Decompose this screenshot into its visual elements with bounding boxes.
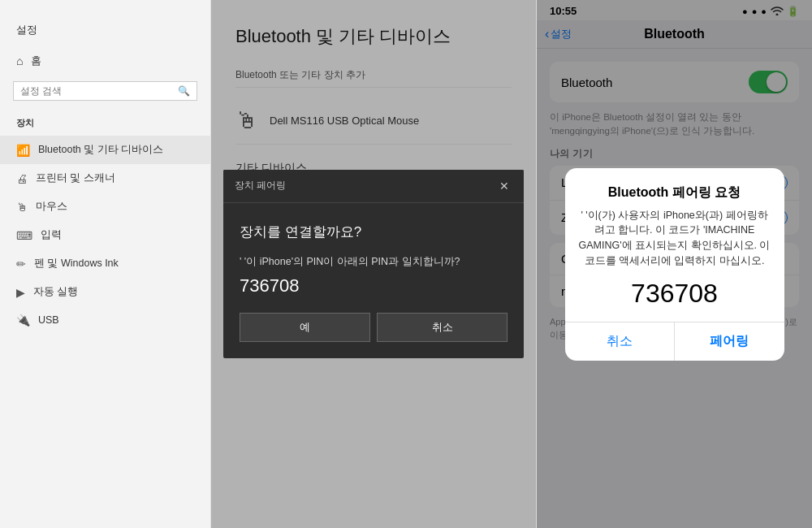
dialog-close-button[interactable]: ✕ xyxy=(496,178,512,194)
main-content: Bluetooth 및 기타 디바이스 Bluetooth 또는 기타 장치 추… xyxy=(211,0,536,528)
windows-pairing-dialog: 장치 페어링 ✕ 장치를 연결할까요? ' '이 iPhone'의 PIN이 아… xyxy=(223,170,524,359)
autoplay-icon: ▶ xyxy=(16,286,25,299)
usb-icon: 🔌 xyxy=(16,314,30,327)
printer-icon: 🖨 xyxy=(16,172,28,185)
iphone-pairing-dialog: Bluetooth 페어링 요청 ' '이(가) 사용자의 iPhone와(과)… xyxy=(565,168,784,361)
sidebar-item-bluetooth-label: Bluetooth 및 기타 디바이스 xyxy=(38,143,163,157)
windows-dialog-overlay: 장치 페어링 ✕ 장치를 연결할까요? ' '이 iPhone'의 PIN이 아… xyxy=(211,0,536,528)
sidebar-title: 설정 xyxy=(0,16,210,47)
iphone-dialog-title: Bluetooth 페어링 요청 xyxy=(578,184,771,201)
dialog-body: 장치를 연결할까요? ' '이 iPhone'의 PIN이 아래의 PIN과 일… xyxy=(223,203,524,359)
mouse-icon: 🖱 xyxy=(16,201,28,214)
iphone-dialog-overlay: Bluetooth 페어링 요청 ' '이(가) 사용자의 iPhone와(과)… xyxy=(537,0,812,528)
dialog-yes-button[interactable]: 예 xyxy=(240,313,370,342)
windows-panel: 설정 ⌂ 홈 🔍 장치 📶 Bluetooth 및 기타 디바이스 🖨 프린터 … xyxy=(0,0,536,528)
dialog-message: ' '이 iPhone'의 PIN이 아래의 PIN과 일치합니까? xyxy=(240,254,508,270)
sidebar-section-label: 장치 xyxy=(0,114,210,136)
sidebar-item-printers-label: 프린터 및 스캐너 xyxy=(36,171,115,185)
sidebar-item-pen[interactable]: ✏ 펜 및 Windows Ink xyxy=(0,249,210,278)
sidebar-item-bluetooth[interactable]: 📶 Bluetooth 및 기타 디바이스 xyxy=(0,136,210,164)
search-box[interactable]: 🔍 xyxy=(13,81,197,101)
iphone-panel: 10:55 ● ● ● 🔋 ‹ 설정 Bluetooth Bluetooth xyxy=(536,0,812,528)
dialog-cancel-button[interactable]: 취소 xyxy=(377,313,508,342)
sidebar-item-input-label: 입력 xyxy=(41,228,62,242)
sidebar-item-printers[interactable]: 🖨 프린터 및 스캐너 xyxy=(0,164,210,193)
search-input[interactable] xyxy=(20,85,178,97)
sidebar-item-autoplay-label: 자동 실행 xyxy=(33,285,78,299)
iphone-pair-button[interactable]: 페어링 xyxy=(675,322,784,361)
home-icon: ⌂ xyxy=(16,54,23,67)
iphone-dialog-actions: 취소 페어링 xyxy=(565,322,784,361)
bluetooth-icon: 📶 xyxy=(16,144,30,157)
sidebar-item-pen-label: 펜 및 Windows Ink xyxy=(34,257,119,270)
pen-icon: ✏ xyxy=(16,258,26,270)
sidebar-item-usb-label: USB xyxy=(38,314,59,326)
sidebar-item-input[interactable]: ⌨ 입력 xyxy=(0,221,210,249)
dialog-pin: 736708 xyxy=(240,275,508,296)
sidebar: 설정 ⌂ 홈 🔍 장치 📶 Bluetooth 및 기타 디바이스 🖨 프린터 … xyxy=(0,0,211,528)
iphone-cancel-button[interactable]: 취소 xyxy=(565,322,676,361)
dialog-title-text: 장치 페어링 xyxy=(235,179,286,193)
iphone-dialog-message: ' '이(가) 사용자의 iPhone와(과) 페어링하려고 합니다. 이 코드… xyxy=(578,208,771,269)
dialog-buttons: 예 취소 xyxy=(240,313,508,342)
search-icon: 🔍 xyxy=(178,85,190,97)
iphone-dialog-content: Bluetooth 페어링 요청 ' '이(가) 사용자의 iPhone와(과)… xyxy=(565,168,784,309)
dialog-heading: 장치를 연결할까요? xyxy=(240,223,508,241)
dialog-title-bar: 장치 페어링 ✕ xyxy=(223,170,524,203)
sidebar-item-mouse[interactable]: 🖱 마우스 xyxy=(0,193,210,221)
sidebar-home-item[interactable]: ⌂ 홈 xyxy=(0,47,210,75)
sidebar-item-mouse-label: 마우스 xyxy=(36,200,67,214)
iphone-dialog-pin: 736708 xyxy=(578,279,771,309)
keyboard-icon: ⌨ xyxy=(16,229,32,242)
sidebar-item-autoplay[interactable]: ▶ 자동 실행 xyxy=(0,278,210,306)
sidebar-item-usb[interactable]: 🔌 USB xyxy=(0,306,210,334)
sidebar-home-label: 홈 xyxy=(31,54,41,68)
